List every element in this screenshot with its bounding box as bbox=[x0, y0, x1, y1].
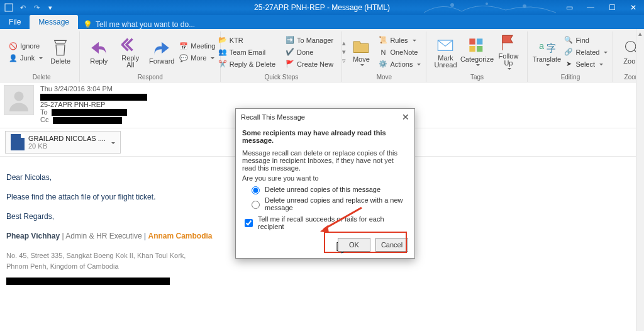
junk-icon: 👤 bbox=[9, 53, 18, 62]
qs-create-new[interactable]: 🚩Create New bbox=[284, 59, 335, 70]
forward-button[interactable]: Forward bbox=[147, 38, 177, 66]
mark-unread-button[interactable]: Mark Unread bbox=[430, 35, 460, 70]
signature-address-2: Phnom Penh, Kingdom of Cambodia bbox=[6, 261, 296, 272]
svg-text:字: 字 bbox=[547, 42, 555, 53]
pointer-icon: ➤ bbox=[564, 60, 573, 69]
option-delete-unread[interactable]: Delete unread copies of this message bbox=[248, 184, 408, 194]
dialog-p2: Are you sure you want to bbox=[242, 174, 408, 182]
group-delete: 🚫Ignore 👤Junk Delete Delete bbox=[4, 31, 80, 82]
redo-icon[interactable]: ↷ bbox=[31, 3, 42, 13]
calendar-icon: 📅 bbox=[179, 42, 188, 50]
attachment-size: 20 KB bbox=[28, 142, 106, 150]
svg-rect-6 bbox=[477, 38, 482, 44]
rules-icon: 📜 bbox=[379, 36, 387, 45]
gear-icon: ⚙️ bbox=[379, 60, 387, 69]
move-button[interactable]: Move bbox=[346, 36, 376, 68]
window-controls: ▭ — ☐ ✕ bbox=[558, 0, 644, 15]
folder-move-icon: 📂 bbox=[218, 36, 227, 45]
cancel-button[interactable]: Cancel bbox=[375, 238, 408, 252]
ignore-button[interactable]: 🚫Ignore bbox=[8, 40, 44, 52]
sender-avatar bbox=[4, 85, 34, 115]
message-subject: 25-27APR PNH-REP bbox=[40, 101, 147, 108]
ribbon-tabstrip: File Message 💡Tell me what you want to d… bbox=[0, 15, 644, 29]
message-sender bbox=[40, 93, 147, 101]
attachment-item[interactable]: GRAILARD NICOLAS .... 20 KB bbox=[5, 131, 121, 154]
delete-button[interactable]: Delete bbox=[45, 38, 75, 66]
undo-icon[interactable]: ↶ bbox=[18, 3, 28, 13]
redacted-contact bbox=[6, 278, 170, 285]
dialog-p1: Message recall can delete or replace cop… bbox=[242, 149, 408, 172]
to-recipient bbox=[52, 109, 127, 116]
message-date: Thu 3/24/2016 3:04 PM bbox=[40, 85, 147, 93]
dialog-close-button[interactable]: ✕ bbox=[402, 112, 409, 122]
more-respond-button[interactable]: 💬More bbox=[178, 52, 216, 64]
select-button[interactable]: ➤Select bbox=[563, 59, 609, 70]
forward-icon: ➡️ bbox=[286, 36, 294, 45]
related-icon: 🔗 bbox=[564, 48, 573, 57]
reply-delete-icon: ✂️ bbox=[218, 60, 227, 69]
word-icon bbox=[11, 134, 25, 150]
flag-icon: 🚩 bbox=[286, 60, 294, 69]
categorize-button[interactable]: Categorize bbox=[462, 36, 492, 68]
bulb-icon: 💡 bbox=[83, 20, 92, 29]
checkbox-tell-me[interactable]: Tell me if recall succeeds or fails for … bbox=[242, 215, 408, 230]
group-respond: Reply Reply All Forward 📅Meeting 💬More R… bbox=[80, 31, 221, 82]
find-button[interactable]: 🔍Find bbox=[563, 35, 609, 46]
qs-team-email[interactable]: 👥Team Email bbox=[217, 47, 277, 58]
option-delete-replace[interactable]: Delete unread copies and replace with a … bbox=[248, 196, 408, 211]
maximize-button[interactable]: ☐ bbox=[601, 0, 623, 15]
close-button[interactable]: ✕ bbox=[623, 0, 644, 15]
onenote-icon: N bbox=[379, 48, 387, 57]
cc-recipient bbox=[53, 117, 122, 124]
svg-point-1 bbox=[450, 3, 454, 7]
vertical-scrollbar[interactable]: ▴ bbox=[636, 29, 644, 331]
reply-button[interactable]: Reply bbox=[84, 38, 114, 66]
ok-button[interactable]: OK bbox=[338, 238, 370, 252]
cc-label: Cc bbox=[40, 116, 48, 123]
ignore-icon: 🚫 bbox=[9, 42, 18, 50]
dialog-title: Recall This Message bbox=[241, 113, 305, 121]
check-icon: ✔️ bbox=[286, 48, 294, 57]
group-quick-steps: 📂KTR 👥Team Email ✂️Reply & Delete ➡️To M… bbox=[221, 31, 342, 82]
svg-rect-8 bbox=[477, 46, 482, 52]
title-bar: ↶ ↷ ▾ 25-27APR PNH-REP - Message (HTML) … bbox=[0, 0, 644, 15]
minimize-button[interactable]: — bbox=[580, 0, 601, 15]
qs-done[interactable]: ✔️Done bbox=[284, 47, 335, 58]
search-icon: 🔍 bbox=[564, 36, 573, 45]
tell-me-search[interactable]: 💡Tell me what you want to do... bbox=[83, 20, 195, 29]
svg-rect-0 bbox=[5, 4, 13, 11]
qs-to-manager[interactable]: ➡️To Manager bbox=[284, 35, 335, 46]
window-title: 25-27APR PNH-REP - Message (HTML) bbox=[0, 3, 644, 12]
tab-file[interactable]: File bbox=[0, 15, 30, 29]
related-button[interactable]: 🔗Related bbox=[563, 47, 609, 58]
translate-button[interactable]: a字Translate bbox=[531, 36, 562, 68]
ribbon: 🚫Ignore 👤Junk Delete Delete Reply Reply … bbox=[0, 29, 644, 82]
attachment-menu-icon[interactable] bbox=[109, 138, 115, 146]
reply-all-button[interactable]: Reply All bbox=[115, 35, 145, 70]
dialog-lead: Some recipients may have already read th… bbox=[242, 129, 408, 144]
team-icon: 👥 bbox=[218, 48, 227, 57]
tab-message[interactable]: Message bbox=[30, 15, 78, 29]
svg-point-12 bbox=[14, 92, 24, 101]
scroll-up-icon[interactable]: ▴ bbox=[636, 29, 644, 38]
meeting-button[interactable]: 📅Meeting bbox=[178, 40, 216, 52]
follow-up-button[interactable]: Follow Up bbox=[493, 33, 523, 72]
customize-qat-icon[interactable]: ▾ bbox=[45, 3, 55, 13]
qs-ktr[interactable]: 📂KTR bbox=[217, 35, 277, 46]
ribbon-options-icon[interactable]: ▭ bbox=[558, 0, 580, 15]
junk-button[interactable]: 👤Junk bbox=[8, 52, 44, 64]
group-editing: a字Translate 🔍Find 🔗Related ➤Select Editi… bbox=[528, 31, 613, 82]
svg-rect-7 bbox=[470, 46, 475, 52]
group-tags: Mark Unread Categorize Follow Up Tags bbox=[426, 31, 528, 82]
attachment-name: GRAILARD NICOLAS .... bbox=[28, 135, 106, 142]
save-icon[interactable] bbox=[4, 3, 14, 13]
onenote-button[interactable]: NOneNote bbox=[377, 47, 422, 58]
rules-button[interactable]: 📜Rules bbox=[377, 35, 422, 46]
quick-access-toolbar: ↶ ↷ ▾ bbox=[4, 3, 55, 13]
svg-rect-5 bbox=[470, 38, 475, 44]
svg-text:a: a bbox=[540, 41, 545, 51]
chat-icon: 💬 bbox=[179, 53, 188, 62]
to-label: To bbox=[40, 108, 48, 116]
actions-button[interactable]: ⚙️Actions bbox=[377, 59, 422, 70]
qs-reply-delete[interactable]: ✂️Reply & Delete bbox=[217, 59, 277, 70]
